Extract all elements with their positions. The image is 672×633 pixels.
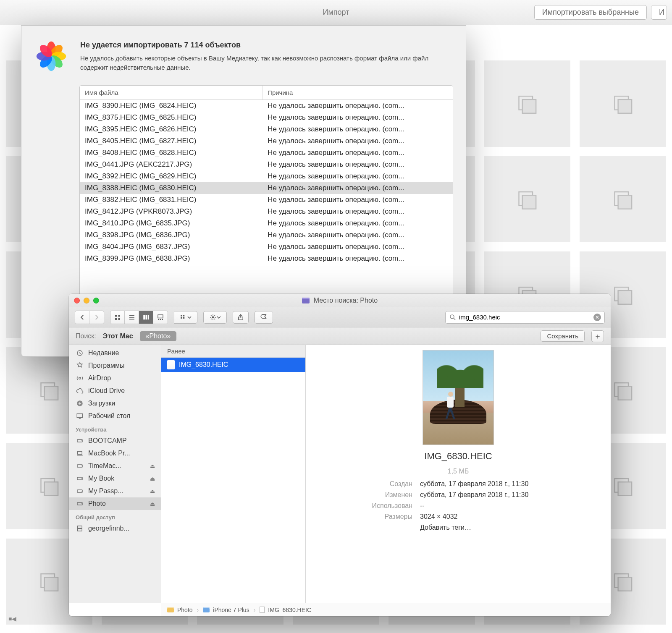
- sidebar-item-программы[interactable]: Программы: [69, 359, 161, 372]
- sidebar-item-bootcamp[interactable]: BOOTCAMP: [69, 434, 161, 447]
- tags-button[interactable]: [255, 311, 273, 324]
- table-row[interactable]: IMG_8392.HEIC (IMG_6829.HEIC)Не удалось …: [80, 170, 453, 182]
- sidebar-item-georgefinnb-[interactable]: georgefinnb...: [69, 522, 161, 535]
- search-field[interactable]: ✕: [445, 311, 605, 324]
- svg-point-115: [81, 440, 82, 441]
- sidebar-item-загрузки[interactable]: Загрузки: [69, 397, 161, 410]
- cell-reason: Не удалось завершить операцию. (com...: [262, 241, 453, 253]
- sidebar-item-недавние[interactable]: Недавние: [69, 347, 161, 359]
- file-icon: [260, 607, 265, 613]
- dialog-title: Не удается импортировать 7 114 объектов: [80, 41, 455, 50]
- arrange-button[interactable]: [174, 311, 197, 324]
- close-icon[interactable]: [74, 298, 80, 303]
- table-row[interactable]: IMG_0441.JPG (AEKC2217.JPG)Не удалось за…: [80, 159, 453, 170]
- cell-reason: Не удалось завершить операцию. (com...: [262, 253, 453, 264]
- meta-key-used: Использован: [345, 502, 412, 510]
- table-row[interactable]: IMG_8410.JPG (IMG_6835.JPG)Не удалось за…: [80, 217, 453, 229]
- hdd-icon: [76, 437, 84, 445]
- share-button[interactable]: [233, 311, 249, 324]
- forward-button[interactable]: [89, 311, 104, 324]
- table-row[interactable]: IMG_8412.JPG (VPKR8073.JPG)Не удалось за…: [80, 206, 453, 217]
- table-row[interactable]: IMG_8399.JPG (IMG_6838.JPG)Не удалось за…: [80, 253, 453, 264]
- photo-thumbnail[interactable]: [580, 60, 666, 147]
- sidebar-item-icloud-drive[interactable]: iCloud Drive: [69, 385, 161, 397]
- sidebar-item-photo[interactable]: Photo⏏: [69, 497, 161, 510]
- save-search-button[interactable]: Сохранить: [541, 330, 585, 342]
- path-segment[interactable]: IMG_6830.HEIC: [268, 607, 311, 613]
- minimize-icon[interactable]: [84, 298, 89, 303]
- svg-rect-69: [618, 482, 632, 496]
- svg-point-120: [81, 478, 82, 479]
- scope-current-folder[interactable]: «Photo»: [140, 331, 177, 341]
- photos-title: Импорт: [323, 8, 349, 17]
- eject-icon[interactable]: ⏏: [150, 501, 155, 507]
- back-button[interactable]: [75, 311, 89, 324]
- photo-thumbnail[interactable]: [484, 156, 571, 243]
- cell-reason: Не удалось завершить операцию. (com...: [262, 206, 453, 217]
- sidebar-item-рабочий-стол[interactable]: Рабочий стол: [69, 410, 161, 422]
- list-item[interactable]: IMG_6830.HEIC: [161, 358, 305, 372]
- finder-titlebar[interactable]: Место поиска: Photo: [69, 294, 611, 307]
- add-tags-link[interactable]: Добавить теги…: [420, 524, 571, 531]
- eject-icon[interactable]: ⏏: [150, 463, 155, 469]
- svg-rect-106: [183, 317, 185, 319]
- view-list-button[interactable]: [125, 311, 139, 324]
- server-icon: [76, 524, 84, 533]
- sidebar-item-airdrop[interactable]: AirDrop: [69, 372, 161, 385]
- sidebar-item-my-passp-[interactable]: My Passp...⏏: [69, 485, 161, 497]
- scope-this-mac[interactable]: Этот Mac: [103, 332, 133, 340]
- cell-reason: Не удалось завершить операцию. (com...: [262, 159, 453, 170]
- column-header-filename[interactable]: Имя файла: [80, 86, 262, 99]
- svg-rect-126: [78, 529, 82, 531]
- path-bar[interactable]: Photo › iPhone 7 Plus › IMG_6830.HEIC: [161, 603, 611, 616]
- sidebar-item-timemac-[interactable]: TimeMac...⏏: [69, 460, 161, 472]
- cell-reason: Не удалось завершить операцию. (com...: [262, 100, 453, 112]
- folder-icon: [167, 607, 174, 612]
- sidebar-item-label: MacBook Pr...: [88, 450, 155, 457]
- sidebar-item-label: Программы: [88, 362, 155, 369]
- clock-icon: [76, 349, 84, 357]
- sidebar-item-label: Рабочий стол: [88, 412, 155, 420]
- svg-rect-57: [44, 482, 58, 496]
- table-row[interactable]: IMG_8404.JPG (IMG_6837.JPG)Не удалось за…: [80, 241, 453, 253]
- table-row[interactable]: IMG_8395.HEIC (IMG_6826.HEIC)Не удалось …: [80, 123, 453, 135]
- photo-thumbnail[interactable]: [580, 156, 666, 243]
- cell-reason: Не удалось завершить операцию. (com...: [262, 182, 453, 194]
- svg-point-111: [79, 377, 81, 379]
- cell-filename: IMG_8410.JPG (IMG_6835.JPG): [80, 217, 262, 229]
- clear-search-icon[interactable]: ✕: [593, 314, 601, 321]
- table-row[interactable]: IMG_8388.HEIC (IMG_6830.HEIC)Не удалось …: [80, 182, 453, 194]
- sidebar-item-label: Недавние: [88, 349, 155, 357]
- add-criteria-button[interactable]: ＋: [591, 330, 604, 342]
- table-row[interactable]: IMG_8405.HEIC (IMG_6827.HEIC)Не удалось …: [80, 135, 453, 147]
- cell-filename: IMG_8412.JPG (VPKR8073.JPG): [80, 206, 262, 217]
- import-all-button[interactable]: И: [651, 5, 667, 20]
- view-columns-button[interactable]: [139, 311, 153, 324]
- sidebar-item-my-book[interactable]: My Book⏏: [69, 472, 161, 485]
- import-selected-button[interactable]: Импортировать выбранные: [534, 5, 647, 20]
- table-row[interactable]: IMG_8398.JPG (IMG_6836.JPG)Не удалось за…: [80, 229, 453, 241]
- view-gallery-button[interactable]: [153, 311, 168, 324]
- eject-icon[interactable]: ⏏: [150, 476, 155, 482]
- path-segment[interactable]: iPhone 7 Plus: [213, 607, 249, 613]
- cell-filename: IMG_8392.HEIC (IMG_6829.HEIC): [80, 170, 262, 182]
- search-input[interactable]: [457, 314, 593, 321]
- preview-thumbnail[interactable]: [423, 350, 494, 445]
- eject-icon[interactable]: ⏏: [150, 488, 155, 494]
- desktop-icon: [76, 412, 84, 420]
- table-row[interactable]: IMG_8375.HEIC (IMG_6825.HEIC)Не удалось …: [80, 112, 453, 123]
- table-row[interactable]: IMG_8382.HEIC (IMG_6831.HEIC)Не удалось …: [80, 194, 453, 206]
- hdd-icon: [76, 487, 84, 495]
- path-segment[interactable]: Photo: [177, 607, 193, 613]
- photo-thumbnail[interactable]: [484, 60, 571, 147]
- table-row[interactable]: IMG_8408.HEIC (IMG_6828.HEIC)Не удалось …: [80, 147, 453, 159]
- sidebar-item-macbook-pr-[interactable]: MacBook Pr...: [69, 447, 161, 460]
- view-icon-button[interactable]: [110, 311, 125, 324]
- zoom-icon[interactable]: [93, 298, 99, 303]
- cell-filename: IMG_8404.JPG (IMG_6837.JPG): [80, 241, 262, 253]
- svg-rect-92: [115, 315, 117, 317]
- cell-reason: Не удалось завершить операцию. (com...: [262, 170, 453, 182]
- column-header-reason[interactable]: Причина: [262, 86, 453, 99]
- table-row[interactable]: IMG_8390.HEIC (IMG_6824.HEIC)Не удалось …: [80, 100, 453, 112]
- action-button[interactable]: [203, 311, 227, 324]
